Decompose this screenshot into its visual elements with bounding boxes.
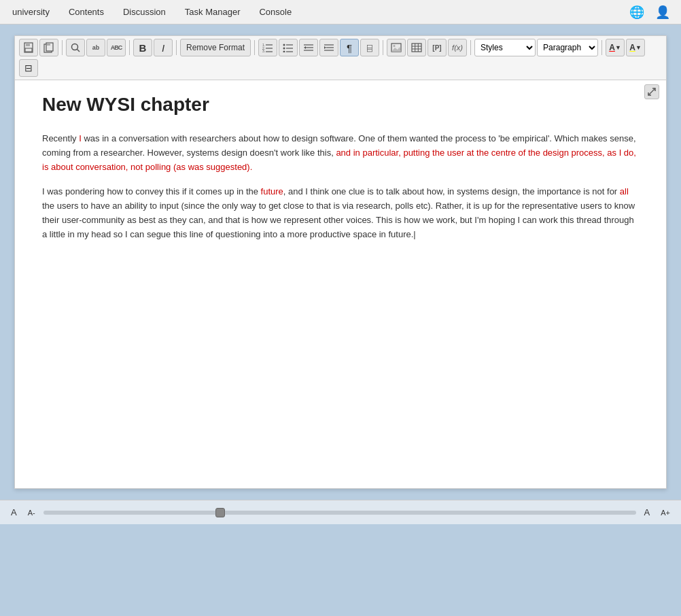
font-color-button[interactable]: A ▼ (606, 39, 625, 56)
separator4 (254, 40, 255, 55)
nav-item-console[interactable]: Console (258, 4, 293, 20)
unordered-list-button[interactable] (279, 39, 298, 56)
svg-rect-1 (26, 43, 30, 46)
bg-color-arrow: ▼ (635, 44, 642, 51)
editor-title: New WYSI chapter (42, 94, 639, 116)
insert-table-button[interactable] (407, 39, 426, 56)
ordered-list-icon: 1. 2. 3. (262, 43, 273, 52)
highlight-text-1: I (79, 133, 82, 143)
insert-image-button[interactable] (387, 39, 406, 56)
save-copy-button[interactable] (39, 39, 58, 56)
insert-formula-button[interactable]: f(x) (448, 39, 467, 56)
separator1 (62, 40, 63, 55)
font-increase-button[interactable]: A+ (658, 507, 673, 518)
globe-icon[interactable]: 🌐 (629, 5, 644, 20)
toolbar-row1: ab ABC B I Remove Format 1. 2. 3. (19, 39, 662, 56)
editor-paragraph-2: I was pondering how to convey this if it… (42, 185, 639, 241)
top-navigation: university Contents Discussion Task Mana… (0, 0, 681, 24)
toolbar-row2: ⊟ (19, 59, 662, 77)
bottom-bar: A A- A A+ (0, 500, 681, 524)
paragraph-select[interactable]: Paragraph (537, 39, 598, 56)
save-icon (23, 42, 34, 53)
separator2 (129, 40, 130, 55)
zoom-thumb[interactable] (215, 508, 225, 517)
editor-container: ab ABC B I Remove Format 1. 2. 3. (14, 35, 667, 489)
insert-plugin-button[interactable]: [P] (427, 39, 447, 56)
svg-rect-31 (412, 44, 421, 52)
remove-format-button[interactable]: Remove Format (180, 39, 251, 56)
editor-content[interactable]: New WYSI chapter Recently I was in a con… (15, 80, 666, 488)
save-button[interactable] (19, 39, 38, 56)
svg-marker-27 (324, 46, 326, 49)
svg-point-29 (394, 45, 396, 47)
zoom-slider-container (43, 511, 636, 515)
highlight-text-4: all (620, 186, 629, 196)
font-label-a2: A (642, 506, 653, 519)
svg-text:3.: 3. (262, 49, 265, 52)
svg-marker-23 (304, 46, 306, 49)
search-icon (70, 42, 81, 53)
panel-toggle-button[interactable]: ⊟ (19, 59, 38, 77)
ordered-list-button[interactable]: 1. 2. 3. (258, 39, 277, 56)
user-icon[interactable]: 👤 (655, 5, 670, 20)
editor-area-wrapper: New WYSI chapter Recently I was in a con… (15, 80, 666, 488)
expand-icon (648, 88, 656, 96)
bold-button[interactable]: B (133, 39, 152, 56)
bg-color-button[interactable]: A ▼ (626, 39, 645, 56)
bg-color-label: A (629, 43, 635, 52)
show-blocks-button[interactable]: ¶ (340, 39, 359, 56)
font-decrease-button[interactable]: A- (25, 507, 38, 518)
indent-increase-icon (324, 43, 334, 52)
indent-decrease-icon (303, 43, 314, 52)
save-copy-icon (43, 42, 54, 53)
editor-toolbar: ab ABC B I Remove Format 1. 2. 3. (15, 36, 666, 80)
nav-item-task-manager[interactable]: Task Manager (184, 4, 242, 20)
replace-button[interactable]: ab (86, 39, 105, 56)
image-icon (391, 43, 402, 52)
table-icon (411, 43, 422, 52)
svg-line-7 (77, 50, 80, 52)
editor-paragraph-1: Recently I was in a conversation with re… (42, 132, 639, 174)
search-button[interactable] (66, 39, 85, 56)
highlight-text-3: future (261, 186, 283, 196)
show-formatting-button[interactable]: ⌸ (360, 39, 379, 56)
indent-decrease-button[interactable] (299, 39, 318, 56)
svg-point-16 (283, 48, 285, 50)
expand-button[interactable] (644, 84, 659, 99)
svg-rect-2 (25, 48, 32, 52)
separator5 (383, 40, 383, 55)
svg-point-18 (283, 51, 285, 53)
nav-item-university[interactable]: university (11, 4, 51, 20)
svg-marker-30 (391, 47, 401, 52)
svg-rect-5 (47, 43, 50, 46)
highlight-text-2: and in particular, putting the user at t… (42, 148, 636, 172)
separator6 (470, 40, 471, 55)
separator7 (601, 40, 602, 55)
editor-expand-area (644, 84, 659, 99)
unordered-list-icon (283, 43, 294, 52)
nav-item-contents[interactable]: Contents (67, 4, 105, 20)
nav-icons: 🌐 👤 (629, 5, 670, 20)
spellcheck-button[interactable]: ABC (107, 39, 126, 56)
nav-item-discussion[interactable]: Discussion (122, 4, 167, 20)
svg-point-6 (72, 44, 78, 50)
font-color-arrow: ▼ (615, 44, 621, 51)
font-color-label: A (609, 43, 615, 52)
italic-button[interactable]: I (154, 39, 173, 56)
zoom-slider[interactable] (43, 511, 636, 515)
styles-select[interactable]: Styles (474, 39, 536, 56)
separator3 (176, 40, 177, 55)
svg-point-14 (283, 44, 285, 46)
indent-increase-button[interactable] (319, 39, 338, 56)
font-label-a: A (8, 506, 20, 519)
